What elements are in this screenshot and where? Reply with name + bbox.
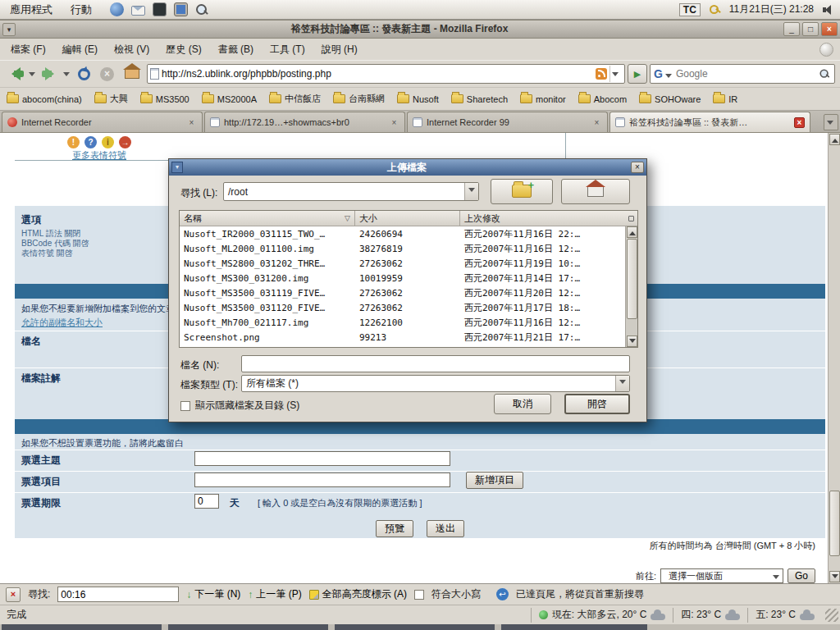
emoticon-arrow-icon[interactable] [119, 136, 131, 148]
screenshot-icon[interactable] [174, 2, 188, 16]
weather-thursday[interactable]: 四: 23° C [673, 608, 747, 623]
terminal-icon[interactable] [153, 2, 167, 16]
scroll-thumb[interactable] [829, 491, 840, 556]
tab-close-button[interactable] [389, 117, 399, 128]
file-list-scrollbar[interactable] [625, 226, 637, 347]
find-next-button[interactable]: 下一筆 (N) [186, 587, 240, 601]
actions-menu[interactable]: 行動 [67, 2, 95, 18]
resize-grip[interactable] [825, 609, 838, 622]
google-logo-icon[interactable] [654, 67, 663, 80]
close-findbar-button[interactable] [6, 587, 21, 602]
match-case-checkbox[interactable] [414, 590, 424, 600]
emoticon-idea-icon[interactable] [102, 136, 114, 148]
page-scrollbar[interactable] [828, 133, 840, 583]
file-row[interactable]: Nusoft_MS3500_031119_FIVE…27263062西元2007… [180, 285, 625, 300]
clock[interactable]: 11月21日(三) 21:28 [729, 2, 814, 16]
keyring-icon[interactable] [709, 3, 721, 16]
option-smilies[interactable]: 表情符號 開啓 [21, 248, 73, 259]
file-row[interactable]: Nusoft_MS2800_031202_THRE…27263062西元2007… [180, 256, 625, 271]
allowed-extensions-link[interactable]: 允許的副檔名和大小 [21, 317, 103, 329]
bookmark-item[interactable]: IR [713, 94, 737, 104]
web-search-input[interactable] [676, 68, 815, 80]
scroll-down-icon[interactable] [829, 571, 840, 582]
menu-edit[interactable]: 編輯 (E) [55, 39, 105, 60]
preview-button[interactable]: 預覽 [376, 520, 413, 537]
search-icon[interactable] [195, 3, 208, 16]
poll-title-input[interactable] [194, 451, 450, 466]
emoticon-exclaim-icon[interactable] [67, 136, 80, 148]
show-hidden-option[interactable]: 顯示隱藏檔案及目錄 (S) [180, 399, 299, 413]
volume-icon[interactable] [822, 4, 833, 16]
reload-button[interactable] [78, 68, 90, 80]
rss-icon[interactable] [596, 68, 607, 80]
window-menu-icon[interactable] [2, 23, 16, 36]
taskbar-window-button[interactable] [2, 624, 162, 630]
menu-view[interactable]: 檢視 (V) [107, 39, 157, 60]
bookmark-item[interactable]: abocom(china) [7, 94, 82, 104]
email-icon[interactable] [131, 6, 145, 16]
tab-close-button[interactable] [186, 117, 197, 128]
menu-help[interactable]: 說明 (H) [314, 39, 365, 60]
bookmark-item[interactable]: SOHOware [639, 94, 701, 104]
forward-dropdown-icon[interactable] [63, 72, 70, 80]
weather-friday[interactable]: 五: 23° C [747, 608, 822, 623]
file-row[interactable]: Nusoft_MS3500_031120_FIVE…27263062西元2007… [180, 300, 625, 315]
tab-close-button[interactable] [591, 117, 602, 128]
tab-showmacs[interactable]: http://172.19…+showmacs+br0 [204, 112, 405, 132]
bookmark-item[interactable]: 中信飯店 [269, 93, 321, 105]
back-dropdown-icon[interactable] [29, 72, 35, 80]
file-row[interactable]: Nusoft_Mh700_021117.img12262100西元2007年11… [180, 315, 625, 330]
open-button[interactable]: 開啓 [564, 394, 630, 414]
minimize-button[interactable] [783, 22, 800, 36]
column-header-modified[interactable]: 上次修改 [460, 211, 625, 226]
new-folder-button[interactable] [491, 179, 553, 204]
web-browser-icon[interactable] [110, 2, 124, 16]
more-emoticons-link[interactable]: 更多表情符號 [72, 149, 126, 162]
scroll-up-icon[interactable] [627, 226, 637, 238]
show-hidden-checkbox[interactable] [180, 401, 190, 411]
search-engine-dropdown-icon[interactable] [665, 74, 672, 81]
cancel-button[interactable]: 取消 [494, 394, 551, 414]
menu-history[interactable]: 歷史 (S) [158, 39, 208, 60]
file-row[interactable]: Nusoft_MS300_031200.img10019959西元2007年11… [180, 271, 625, 285]
close-button[interactable] [821, 22, 838, 36]
find-input[interactable] [57, 587, 179, 602]
forum-select[interactable]: 選擇一個版面 [660, 568, 783, 583]
weather-now[interactable]: 現在: 大部多云, 20° C [531, 608, 673, 623]
file-row[interactable]: Screenshot.png99213西元2007年11月21日 17:… [180, 330, 625, 345]
bookmark-item[interactable]: Sharetech [451, 94, 508, 104]
dialog-close-button[interactable] [631, 162, 644, 173]
find-prev-button[interactable]: 上一筆 (P) [248, 587, 301, 601]
scroll-down-icon[interactable] [627, 336, 637, 347]
highlight-all-button[interactable]: 全部高亮度標示 (A) [309, 587, 407, 601]
taskbar-window-button[interactable] [168, 624, 328, 630]
applications-menu[interactable]: 應用程式 [7, 2, 56, 18]
column-header-size[interactable]: 大小 [355, 211, 460, 226]
bookmark-item[interactable]: Abocom [578, 94, 627, 104]
url-history-dropdown[interactable] [609, 66, 622, 82]
taskbar-window-button[interactable] [335, 624, 495, 630]
poll-length-input[interactable] [194, 494, 219, 509]
filetype-combo[interactable]: 所有檔案 (*) [241, 375, 630, 392]
forward-button[interactable] [39, 67, 61, 80]
add-option-button[interactable]: 新增項目 [466, 472, 523, 489]
home-button[interactable] [561, 179, 630, 204]
scroll-thumb[interactable] [627, 239, 637, 319]
dialog-titlebar[interactable]: 上傳檔案 [169, 159, 646, 176]
taskbar-window-button[interactable] [501, 624, 647, 630]
menu-bookmarks[interactable]: 書籤 (B) [211, 39, 261, 60]
file-row[interactable]: Nusoft_ML2000_011100.img38276819西元2007年1… [180, 241, 625, 256]
location-combo[interactable]: /root [223, 182, 479, 201]
bookmark-item[interactable]: MS3500 [140, 94, 189, 104]
jump-go-button[interactable]: Go [788, 568, 815, 583]
tab-close-button[interactable] [794, 117, 805, 128]
poll-option-input[interactable] [194, 472, 450, 487]
list-all-tabs-button[interactable] [824, 114, 838, 130]
tab-internet-recorder[interactable]: Internet Recorder [2, 112, 203, 132]
menu-file[interactable]: 檔案 (F) [3, 39, 53, 60]
dialog-filename-input[interactable] [241, 355, 630, 372]
emoticon-question-icon[interactable] [84, 136, 97, 148]
column-options-button[interactable] [625, 211, 637, 226]
column-header-name[interactable]: 名稱 [180, 211, 355, 226]
stop-button[interactable] [100, 67, 114, 81]
